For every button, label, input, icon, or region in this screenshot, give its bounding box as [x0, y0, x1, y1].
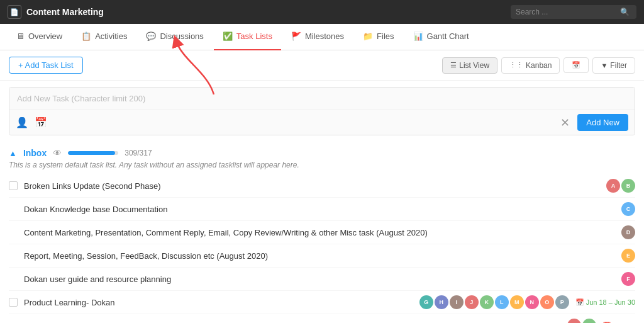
- milestones-icon: 🚩: [291, 31, 301, 41]
- tab-overview-label: Overview: [28, 31, 62, 41]
- avatar: C: [621, 202, 635, 216]
- avatar: R: [582, 319, 596, 323]
- task-avatars: F: [621, 272, 635, 286]
- list-view-icon: ☰: [450, 61, 457, 69]
- inbox-header: ▲ Inbox 👁 309/317: [9, 142, 635, 161]
- task-avatars: G H I J K L M N O P: [419, 295, 569, 309]
- task-name: Dokan Knowledge base Documentation: [24, 205, 615, 214]
- progress-bar-container: [68, 151, 118, 155]
- inbox-description: This is a system default task list. Any …: [9, 161, 635, 169]
- tab-activities-label: Activities: [95, 31, 127, 41]
- avatar: M: [510, 295, 524, 309]
- avatar: G: [419, 295, 433, 309]
- table-row: Report, Meeting, Session, FeedBack, Disc…: [9, 244, 635, 268]
- task-name: Report, Meeting, Session, FeedBack, Disc…: [24, 251, 615, 261]
- table-row: Broken Links Update (Second Phase) A B: [9, 174, 635, 198]
- add-new-button[interactable]: Add New: [577, 114, 628, 131]
- avatar: L: [495, 295, 509, 309]
- filter-button[interactable]: ▼ Filter: [592, 57, 635, 74]
- table-row: Product Learning- Dokan G H I J K L M N …: [9, 291, 635, 314]
- task-avatars: A B: [606, 179, 635, 193]
- inbox-section: ▲ Inbox 👁 309/317 This is a system defau…: [0, 142, 644, 323]
- task-count: 309/317: [125, 149, 152, 157]
- add-task-footer: 👤 📅 ✕ Add New: [9, 110, 635, 135]
- list-view-button[interactable]: ☰ List View: [442, 57, 497, 74]
- avatar: P: [555, 295, 569, 309]
- calendar-icon: 📅: [572, 61, 580, 69]
- search-box[interactable]: 🔍: [511, 5, 636, 19]
- overview-icon: 🖥: [16, 31, 25, 41]
- table-row: Content Marketing, Presentation, Comment…: [9, 221, 635, 244]
- table-row: Ebook and test blogs Q R 📅 Dec 31: [9, 314, 635, 323]
- task-date: 📅 Jun 18 – Jun 30: [575, 298, 635, 307]
- task-name: Product Learning- Dokan: [24, 298, 413, 307]
- add-task-input[interactable]: [9, 88, 635, 110]
- task-avatars: C: [621, 202, 635, 216]
- files-icon: 📁: [363, 31, 373, 41]
- tab-gantt-chart[interactable]: 📊 Gantt Chart: [404, 24, 478, 50]
- kanban-label: Kanban: [526, 61, 552, 70]
- filter-icon: ▼: [601, 62, 608, 69]
- close-button[interactable]: ✕: [558, 116, 572, 130]
- add-task-actions: ✕ Add New: [558, 114, 628, 131]
- tab-task-lists[interactable]: ✅ Task Lists: [214, 24, 281, 50]
- discussions-icon: 💬: [146, 31, 156, 41]
- avatar: K: [480, 295, 494, 309]
- avatar: F: [621, 272, 635, 286]
- list-view-label: List View: [459, 61, 489, 70]
- table-row: Dokan user guide and resource planning F: [9, 268, 635, 291]
- task-avatars: D: [621, 225, 635, 239]
- tab-overview[interactable]: 🖥 Overview: [8, 24, 71, 50]
- search-input[interactable]: [516, 8, 616, 16]
- tab-milestones[interactable]: 🚩 Milestones: [282, 24, 353, 50]
- view-controls: ☰ List View ⋮⋮ Kanban 📅 ▼ Filter: [442, 57, 635, 74]
- search-icon: 🔍: [620, 8, 630, 16]
- avatar: E: [621, 249, 635, 263]
- tab-activities[interactable]: 📋 Activities: [72, 24, 136, 50]
- avatar: J: [465, 295, 479, 309]
- app-title: 📄 Content Marketing: [8, 5, 104, 19]
- table-row: Dokan Knowledge base Documentation C: [9, 198, 635, 221]
- add-task-icons: 👤 📅: [16, 116, 47, 128]
- activities-icon: 📋: [81, 31, 91, 41]
- task-avatars: E: [621, 249, 635, 263]
- avatar: H: [435, 295, 448, 309]
- tab-discussions[interactable]: 💬 Discussions: [137, 24, 212, 50]
- project-title: Content Marketing: [26, 7, 104, 17]
- avatar: I: [450, 295, 464, 309]
- calendar-button[interactable]: 📅: [564, 57, 589, 73]
- tab-task-lists-label: Task Lists: [236, 31, 272, 41]
- tab-gantt-chart-label: Gantt Chart: [427, 31, 469, 41]
- filter-label: Filter: [610, 61, 627, 70]
- task-name: Dokan user guide and resource planning: [24, 275, 615, 284]
- task-list: Broken Links Update (Second Phase) A B D…: [9, 174, 635, 323]
- gantt-icon: 📊: [413, 31, 423, 41]
- avatar: N: [525, 295, 539, 309]
- avatar: Q: [567, 319, 581, 323]
- visibility-icon[interactable]: 👁: [53, 148, 62, 158]
- kanban-button[interactable]: ⋮⋮ Kanban: [501, 57, 560, 74]
- avatar: O: [540, 295, 554, 309]
- date-icon[interactable]: 📅: [35, 116, 47, 128]
- avatar: A: [606, 179, 620, 193]
- inbox-toggle[interactable]: ▲: [9, 149, 17, 158]
- nav-tabs: 🖥 Overview 📋 Activities 💬 Discussions ✅ …: [0, 24, 644, 50]
- task-checkbox[interactable]: [9, 181, 18, 190]
- inbox-title: Inbox: [23, 148, 47, 158]
- assignee-icon[interactable]: 👤: [16, 116, 28, 128]
- task-checkbox[interactable]: [9, 298, 18, 307]
- task-avatars: Q R: [567, 319, 596, 323]
- doc-icon: 📄: [8, 5, 21, 19]
- add-task-area: 👤 📅 ✕ Add New: [9, 87, 635, 135]
- toolbar-row: + Add Task List ☰ List View ⋮⋮ Kanban 📅 …: [0, 50, 644, 81]
- kanban-icon: ⋮⋮: [509, 61, 523, 69]
- tab-files-label: Files: [377, 31, 394, 41]
- tab-files[interactable]: 📁 Files: [354, 24, 402, 50]
- page-wrapper: 📄 Content Marketing 🔍 🖥 Overview 📋 Activ…: [0, 0, 644, 323]
- avatar: D: [621, 225, 635, 239]
- tab-milestones-label: Milestones: [305, 31, 344, 41]
- task-name: Broken Links Update (Second Phase): [24, 181, 600, 191]
- main-content: + Add Task List ☰ List View ⋮⋮ Kanban 📅 …: [0, 50, 644, 323]
- tasklists-icon: ✅: [223, 31, 233, 41]
- add-tasklist-button[interactable]: + Add Task List: [9, 57, 83, 74]
